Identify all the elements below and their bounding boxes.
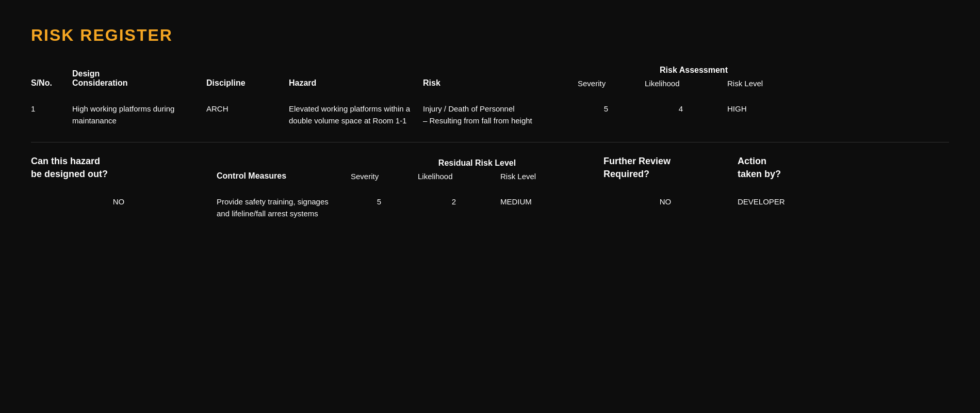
col-header-severity: Severity (578, 77, 645, 90)
table-header-row: S/No. DesignConsideration Discipline Haz… (31, 66, 949, 93)
col-header-risk: Risk (423, 76, 578, 90)
col-header-res-likelihood: Likelihood (418, 170, 500, 183)
col-header-discipline: Discipline (206, 76, 289, 90)
col-header-res-risk-level: Risk Level (500, 170, 603, 183)
risk-assessment-group: Risk Assessment Severity Likelihood Risk… (578, 66, 810, 90)
bottom-section: Can this hazardbe designed out? Control … (31, 153, 949, 230)
col-header-sno: S/No. (31, 76, 72, 90)
cell-risk-level: HIGH (727, 103, 810, 115)
cell-severity: 5 (578, 103, 645, 115)
cell-likelihood: 4 (645, 103, 727, 115)
cell-can-hazard: NO (31, 196, 217, 208)
col-header-further-review: Further ReviewRequired? (603, 153, 738, 183)
cell-control-measures: Provide safety training, signages and li… (217, 196, 351, 219)
page-title: RISK REGISTER (31, 26, 949, 45)
cell-action-taken: DEVELOPER (738, 196, 872, 208)
cell-discipline: ARCH (206, 103, 289, 115)
risk-table: S/No. DesignConsideration Discipline Haz… (31, 66, 949, 132)
section-divider (31, 142, 949, 142)
cell-sno: 1 (31, 103, 72, 115)
bottom-data-row-1: NO Provide safety training, signages and… (31, 186, 949, 230)
cell-further-review: NO (603, 196, 738, 208)
bottom-header-row: Can this hazardbe designed out? Control … (31, 153, 949, 186)
col-header-risk-level: Risk Level (727, 77, 810, 90)
residual-risk-group: Residual Risk Level Severity Likelihood … (351, 158, 603, 183)
cell-hazard: Elevated working platforms within a doub… (289, 103, 423, 126)
cell-res-risk-level: MEDIUM (500, 196, 603, 208)
col-header-res-severity: Severity (351, 170, 418, 183)
cell-risk: Injury / Death of Personnel– Resulting f… (423, 103, 578, 126)
cell-res-likelihood: 2 (418, 196, 500, 208)
table-row-1: 1 High working platforms during maintana… (31, 93, 949, 132)
col-header-design-consideration: DesignConsideration (72, 67, 206, 90)
col-header-action-taken: Actiontaken by? (738, 153, 872, 183)
col-header-can-hazard: Can this hazardbe designed out? (31, 153, 217, 183)
risk-assessment-title: Risk Assessment (660, 66, 728, 75)
col-header-hazard: Hazard (289, 76, 423, 90)
residual-risk-title: Residual Risk Level (438, 158, 516, 168)
col-header-control-measures: Control Measures (217, 169, 351, 183)
col-header-likelihood: Likelihood (645, 77, 727, 90)
cell-design-consideration: High working platforms during maintananc… (72, 103, 206, 126)
cell-res-severity: 5 (351, 196, 418, 208)
